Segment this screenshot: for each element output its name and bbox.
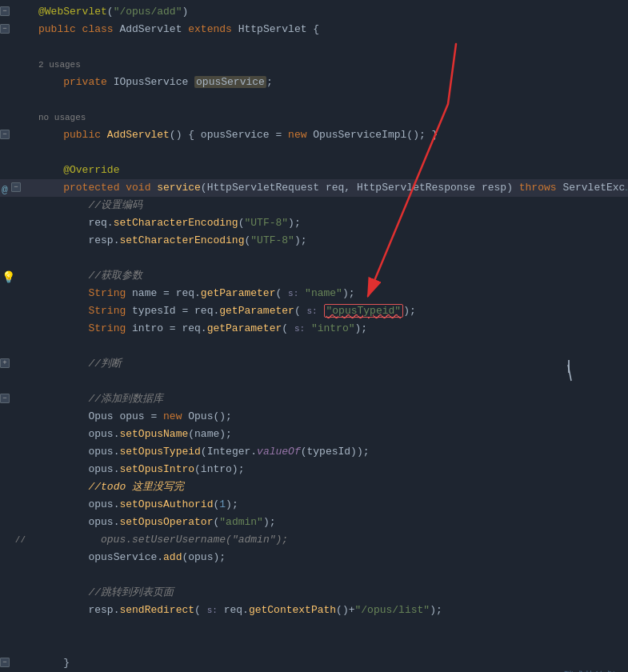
- fold-button[interactable]: −: [0, 130, 10, 139]
- code-text: private IOpusService opusService;: [32, 74, 628, 91]
- code-line: //跳转到列表页面: [0, 584, 628, 602]
- code-line: + //判断: [0, 355, 628, 373]
- code-line: 2 usages: [0, 56, 628, 74]
- code-text: opus.setOpusName(name);: [32, 426, 628, 443]
- code-text: no usages: [32, 109, 628, 126]
- code-line: [0, 250, 628, 267]
- code-line: [0, 144, 628, 162]
- code-line: − //添加到数据库: [0, 390, 628, 408]
- code-text: resp.setCharacterEncoding("UTF-8");: [32, 232, 628, 250]
- code-line: @Override: [0, 162, 628, 179]
- code-line: String intro = req.getParameter( s: "int…: [0, 320, 628, 338]
- code-line: // opus.setUserUsername("admin");: [0, 531, 628, 549]
- code-line: req.setCharacterEncoding("UTF-8");: [0, 214, 628, 232]
- code-text: opus.setOpusTypeid(Integer.valueOf(types…: [32, 443, 628, 461]
- code-text: //获取参数: [32, 267, 628, 285]
- code-text: String name = req.getParameter( s: "name…: [32, 285, 628, 302]
- fold-button[interactable]: −: [0, 24, 10, 34]
- code-text: public class AddServlet extends HttpServ…: [32, 21, 628, 38]
- fold-button[interactable]: −: [0, 394, 10, 403]
- code-line: resp.sendRedirect( s: req.getContextPath…: [0, 602, 628, 619]
- code-line: no usages: [0, 109, 628, 126]
- code-text: protected void service(HttpServletReques…: [32, 179, 628, 197]
- fold-button[interactable]: −: [0, 6, 10, 16]
- code-line: [0, 637, 628, 654]
- code-line: − public class AddServlet extends HttpSe…: [0, 21, 628, 38]
- code-text: String typesId = req.getParameter( s: "o…: [32, 302, 628, 320]
- code-line: String name = req.getParameter( s: "name…: [0, 285, 628, 302]
- fold-button[interactable]: +: [0, 358, 10, 368]
- code-text: @WebServlet("/opus/add"): [32, 3, 628, 21]
- code-text: //添加到数据库: [32, 390, 628, 408]
- code-line: Opus opus = new Opus();: [0, 408, 628, 426]
- code-line: [0, 619, 628, 637]
- code-line: opus.setOpusName(name);: [0, 426, 628, 443]
- code-text: opusService.add(opus);: [32, 549, 628, 566]
- code-text: public AddServlet() { opusService = new …: [32, 126, 628, 144]
- fold-button[interactable]: −: [0, 658, 10, 667]
- code-text: String intro = req.getParameter( s: "int…: [32, 320, 628, 338]
- code-text: req.setCharacterEncoding("UTF-8");: [32, 214, 628, 232]
- line-gutter: //: [0, 531, 32, 549]
- code-line: @ − protected void service(HttpServletRe…: [0, 179, 628, 197]
- code-line: − public AddServlet() { opusService = ne…: [0, 126, 628, 144]
- code-line: [0, 373, 628, 390]
- code-text: opus.setUserUsername("admin");: [32, 531, 628, 549]
- code-line: [0, 338, 628, 355]
- code-text: //todo 这里没写完: [32, 478, 628, 496]
- code-line: //todo 这里没写完: [0, 478, 628, 496]
- code-text: resp.sendRedirect( s: req.getContextPath…: [32, 602, 628, 619]
- text-cursor: [568, 360, 570, 373]
- code-line: [0, 566, 628, 584]
- code-text: //跳转到列表页面: [32, 584, 628, 602]
- code-line: opusService.add(opus);: [0, 549, 628, 566]
- code-line: − @WebServlet("/opus/add"): [0, 3, 628, 21]
- code-text: Opus opus = new Opus();: [32, 408, 628, 426]
- code-line: 💡 //获取参数: [0, 267, 628, 285]
- code-line: [0, 38, 628, 56]
- watermark: CSDN @胖成范德彪: [520, 669, 615, 672]
- code-text: //设置编码: [32, 197, 628, 214]
- code-line: resp.setCharacterEncoding("UTF-8");: [0, 232, 628, 250]
- code-line: opus.setOpusTypeid(Integer.valueOf(types…: [0, 443, 628, 461]
- code-text: @Override: [32, 162, 628, 179]
- fold-button[interactable]: −: [11, 182, 21, 192]
- code-line: String typesId = req.getParameter( s: "o…: [0, 302, 628, 320]
- code-line: //设置编码: [0, 197, 628, 214]
- code-line: [0, 91, 628, 109]
- code-text: 2 usages: [32, 56, 628, 74]
- code-editor: − @WebServlet("/opus/add") − public clas…: [0, 0, 628, 672]
- code-text: opus.setOpusAuthorid(1);: [32, 496, 628, 514]
- code-text: opus.setOpusIntro(intro);: [32, 461, 628, 478]
- code-text: //判断: [32, 355, 628, 373]
- code-text: opus.setOpusOperator("admin");: [32, 514, 628, 531]
- code-line: private IOpusService opusService;: [0, 74, 628, 91]
- code-line: opus.setOpusAuthorid(1);: [0, 496, 628, 514]
- code-line: opus.setOpusOperator("admin");: [0, 514, 628, 531]
- code-line: opus.setOpusIntro(intro);: [0, 461, 628, 478]
